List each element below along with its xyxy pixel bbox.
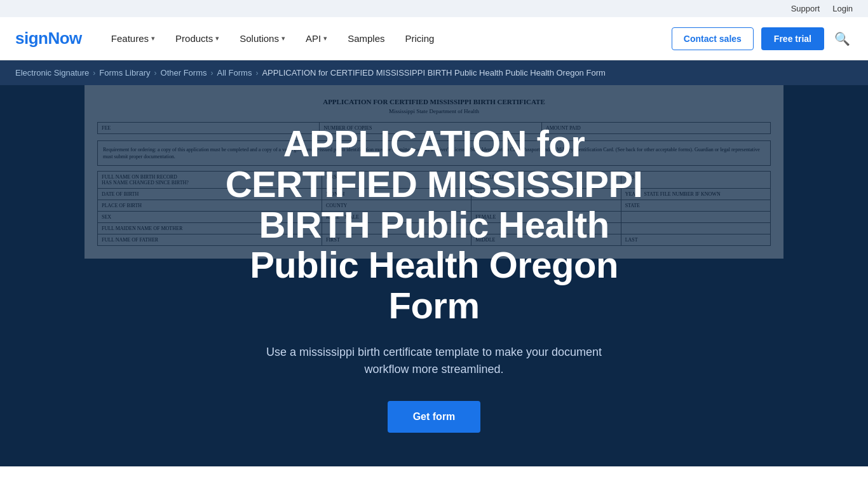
nav-actions: Contact sales Free trial 🔍 [672,27,853,50]
free-trial-button[interactable]: Free trial [761,27,824,50]
breadcrumb-item-all-forms[interactable]: All Forms [217,68,252,78]
nav-items: Features ▾ Products ▾ Solutions ▾ API ▾ … [102,28,672,49]
nav-products-chevron: ▾ [215,34,219,43]
nav-features-label: Features [111,33,149,44]
breadcrumb-link-other-forms[interactable]: Other Forms [161,68,207,78]
nav-solutions[interactable]: Solutions ▾ [231,28,294,49]
support-link[interactable]: Support [791,4,820,13]
breadcrumb-item-forms-library[interactable]: Forms Library [99,68,150,78]
breadcrumb-separator-2: › [154,69,157,78]
hero-title: APPLICATION for CERTIFIED MISSISSIPPI BI… [205,123,663,326]
nav-pricing[interactable]: Pricing [397,28,444,49]
main-nav: signNow Features ▾ Products ▾ Solutions … [0,17,868,60]
hero-overlay: APPLICATION for CERTIFIED MISSISSIPPI BI… [180,85,688,458]
nav-features-chevron: ▾ [151,34,155,43]
login-link[interactable]: Login [832,4,853,13]
nav-api[interactable]: API ▾ [297,28,336,49]
breadcrumb-link-electronic-signature[interactable]: Electronic Signature [15,68,89,78]
nav-samples[interactable]: Samples [339,28,393,49]
breadcrumb-item-current: APPLICATION for CERTIFIED MISSISSIPPI BI… [262,68,605,78]
nav-pricing-label: Pricing [405,33,435,44]
nav-solutions-label: Solutions [240,33,279,44]
logo[interactable]: signNow [15,29,82,48]
hero-subtitle: Use a mississippi birth certificate temp… [243,344,625,378]
nav-api-chevron: ▾ [323,34,327,43]
breadcrumb-item-other-forms[interactable]: Other Forms [161,68,207,78]
logo-now-text: Now [48,29,81,48]
breadcrumb: Electronic Signature › Forms Library › O… [0,60,868,85]
hero-section: APPLICATION FOR CERTIFIED MISSISSIPPI BI… [0,85,868,466]
nav-solutions-chevron: ▾ [281,34,285,43]
search-icon[interactable]: 🔍 [832,29,853,49]
breadcrumb-link-forms-library[interactable]: Forms Library [99,68,150,78]
nav-products-label: Products [175,33,213,44]
nav-samples-label: Samples [348,33,384,44]
nav-api-label: API [306,33,321,44]
breadcrumb-separator-1: › [93,69,95,78]
breadcrumb-link-all-forms[interactable]: All Forms [217,68,252,78]
utility-bar: Support Login [0,0,868,17]
breadcrumb-separator-4: › [255,69,258,78]
nav-features[interactable]: Features ▾ [102,28,164,49]
breadcrumb-item-electronic-signature[interactable]: Electronic Signature [15,68,89,78]
breadcrumb-separator-3: › [211,69,214,78]
contact-sales-button[interactable]: Contact sales [672,27,754,50]
nav-products[interactable]: Products ▾ [166,28,228,49]
logo-sign-text: sign [15,29,48,48]
get-form-button[interactable]: Get form [388,401,481,433]
